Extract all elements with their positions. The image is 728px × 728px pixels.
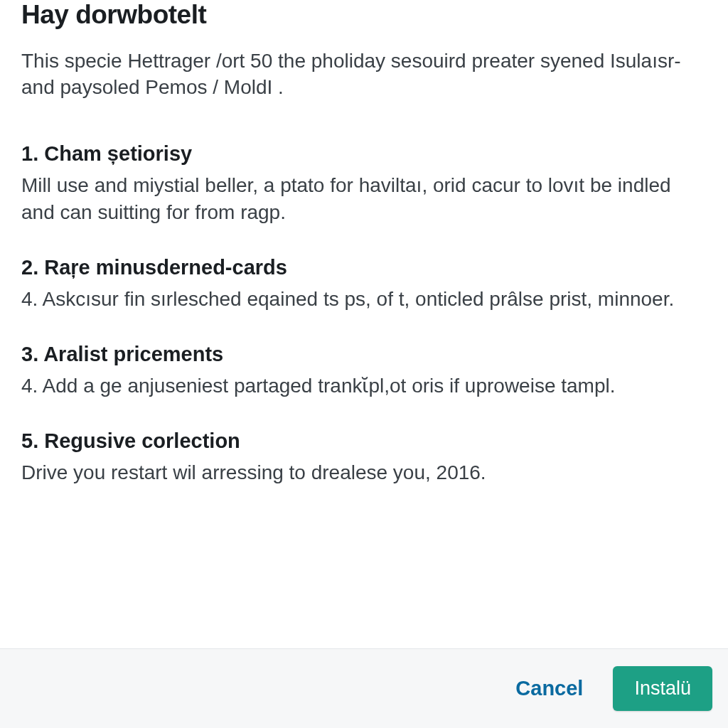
section-3-body: 4. Add a ge anjuseniest partaged trankῐp… xyxy=(21,373,707,400)
section-3: 3. Aralist pricements 4. Add a ge anjuse… xyxy=(21,341,707,400)
cancel-button[interactable]: Cancel xyxy=(505,670,593,707)
section-4-body: Drive you restart wil arressing to dreal… xyxy=(21,459,707,486)
dialog-intro: This specie Hettrager /ort 50 the pholid… xyxy=(21,48,707,102)
section-1: 1. Cham șetiorisy Mill use and miystial … xyxy=(21,141,707,226)
section-2-body: 4. Askcısur fin sırlesched eqained ts ps… xyxy=(21,286,707,313)
section-3-heading: 3. Aralist pricements xyxy=(21,341,707,367)
dialog-title: Hay dorwbotelt xyxy=(21,0,707,31)
section-1-heading: 1. Cham șetiorisy xyxy=(21,141,707,166)
dialog-footer: Cancel Instalü xyxy=(0,648,728,728)
section-4-heading: 5. Regusive corlection xyxy=(21,428,707,454)
section-2: 2. Raŗe minusderned-cards 4. Askcısur fi… xyxy=(21,255,707,313)
section-1-body: Mill use and miystial beller, a ptato fo… xyxy=(21,172,707,226)
section-4: 5. Regusive corlection Drive you restart… xyxy=(21,428,707,486)
install-button[interactable]: Instalü xyxy=(613,666,712,711)
dialog-content: Hay dorwbotelt This specie Hettrager /or… xyxy=(0,0,728,648)
section-2-heading: 2. Raŗe minusderned-cards xyxy=(21,255,707,280)
